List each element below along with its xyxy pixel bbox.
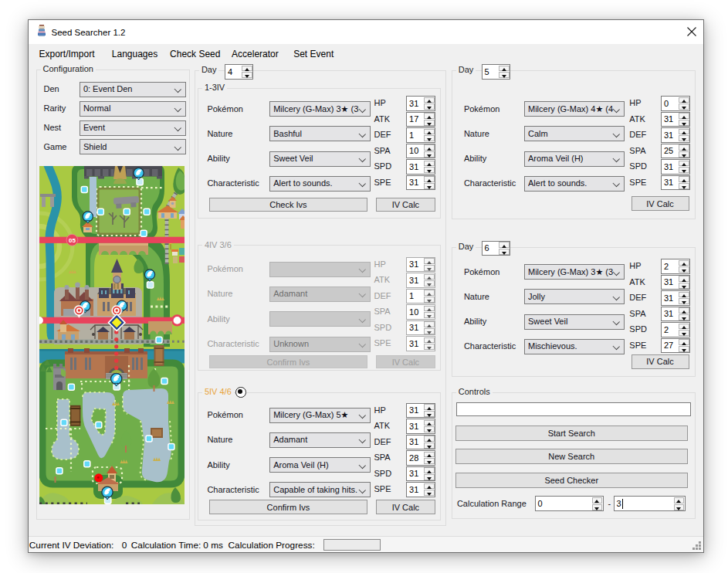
svg-text:05: 05 [68, 237, 75, 244]
